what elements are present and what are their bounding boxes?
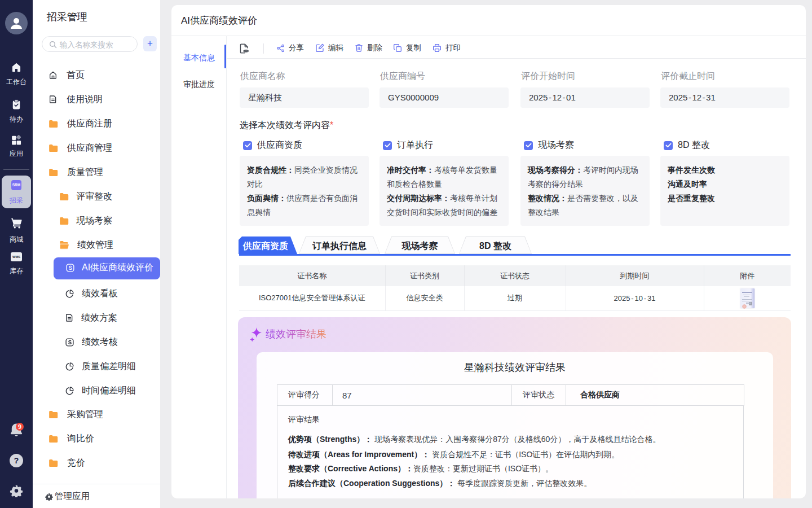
svg-text:9: 9	[18, 423, 21, 430]
svg-text:?: ?	[14, 456, 19, 465]
